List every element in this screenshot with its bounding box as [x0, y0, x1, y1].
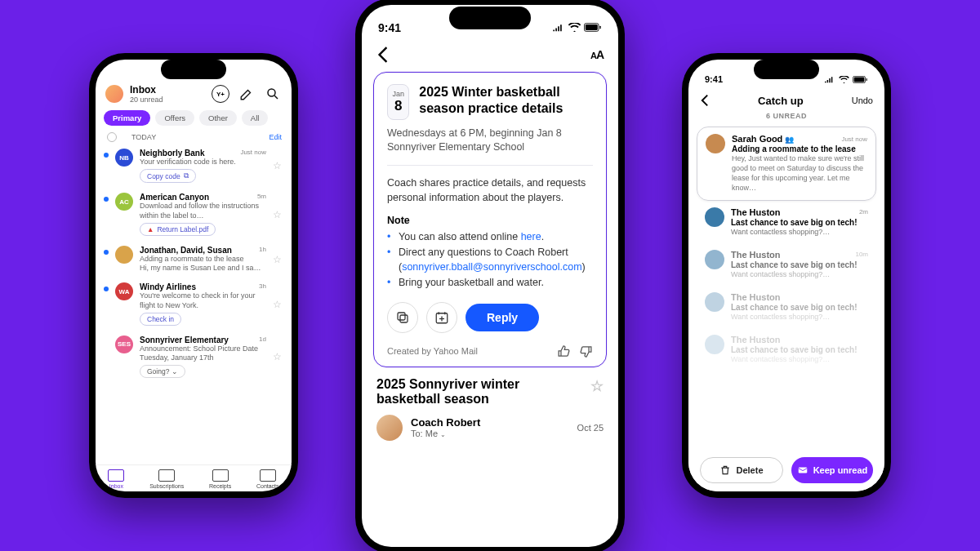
message-row[interactable]: WAWindy Airlines3hYou're welcome to chec…	[96, 278, 292, 331]
star-icon[interactable]: ☆	[273, 209, 282, 220]
sender-avatar	[706, 134, 725, 153]
inbox-header: Inbox 20 unread Y+	[96, 84, 292, 107]
text-size-button[interactable]: AA	[590, 48, 604, 61]
tab-primary[interactable]: Primary	[104, 110, 150, 126]
sender-avatar: WA	[115, 282, 133, 300]
edit-button[interactable]: Edit	[269, 133, 282, 141]
catchup-list: Sarah Good 👥Just nowAdding a roommate to…	[688, 123, 884, 449]
delete-button[interactable]: Delete	[700, 457, 783, 483]
message-time: Just now	[841, 136, 867, 143]
action-chip[interactable]: Copy code ⧉	[140, 169, 196, 183]
unread-header: 6 UNREAD	[688, 112, 884, 120]
message-preview: Want contactless shopping?…	[731, 354, 868, 364]
action-chip[interactable]: ▲Return Label.pdf	[140, 223, 216, 236]
sender-name: Sarah Good 👥	[732, 134, 794, 144]
message-subject: Adding a roommate to the lease	[732, 144, 867, 153]
thumbs-up-icon[interactable]	[557, 344, 571, 358]
nav-subscriptions[interactable]: Subscriptions	[149, 469, 184, 489]
sender-avatar	[705, 250, 724, 269]
sender-avatar: AC	[115, 193, 133, 211]
people-icon: 👥	[785, 136, 794, 144]
message-time: 1d	[259, 335, 266, 344]
phone-inbox: Inbox 20 unread Y+ Primary Offers Other …	[89, 53, 298, 498]
catchup-title: Catch up	[758, 95, 804, 107]
catchup-item[interactable]: The HustonLast chance to save big on tec…	[697, 286, 876, 328]
message-time: 3h	[259, 282, 266, 291]
message-row[interactable]: SESSonnyriver Elementary1dAnnouncement: …	[96, 331, 292, 384]
svg-rect-15	[798, 468, 807, 473]
message-row[interactable]: NBNeighborly BankJust nowYour verificati…	[96, 144, 292, 188]
message-time: 5m	[257, 193, 266, 202]
message-row[interactable]: Jonathan, David, Susan1hAdding a roommat…	[96, 241, 292, 278]
tab-all[interactable]: All	[242, 110, 269, 126]
catchup-item[interactable]: Sarah Good 👥Just nowAdding a roommate to…	[697, 127, 876, 201]
yahoo-plus-icon[interactable]: Y+	[212, 85, 229, 103]
message-subject: Adding a roommate to the lease	[140, 255, 266, 264]
add-calendar-button[interactable]	[426, 302, 457, 333]
today-label: TODAY	[131, 133, 156, 141]
tab-other[interactable]: Other	[199, 110, 237, 126]
link[interactable]: sonnyriver.bball@sonnyriverschool.com	[402, 261, 581, 273]
summary-subtitle: Wednesdays at 6 PM, beginning Jan 8Sonny…	[387, 127, 593, 155]
sender-name: The Huston	[731, 207, 781, 217]
catchup-item[interactable]: The Huston10mLast chance to save big on …	[697, 243, 876, 286]
link[interactable]: here	[521, 231, 541, 242]
message-row[interactable]: ACAmerican Canyon5mDownload and follow t…	[96, 188, 292, 241]
status-icons	[824, 76, 868, 83]
catchup-item[interactable]: The HustonLast chance to save big on tec…	[697, 328, 876, 371]
svg-rect-6	[398, 313, 405, 320]
sender-avatar	[115, 246, 133, 264]
message-preview: Want contactless shopping?…	[731, 269, 868, 279]
status-time: 9:41	[705, 74, 723, 84]
message-subject: Last chance to save big on tech!	[731, 303, 868, 312]
email-date: Oct 25	[577, 423, 604, 433]
unread-dot	[104, 153, 109, 158]
svg-rect-14	[866, 78, 867, 81]
inbox-title: Inbox	[130, 84, 205, 96]
unread-dot	[104, 340, 109, 344]
unread-dot	[104, 250, 109, 255]
sender-to: To: Me ⌄	[411, 429, 569, 438]
bottom-nav: Inbox Subscriptions Receipts Contacts	[96, 464, 292, 491]
nav-inbox[interactable]: Inbox	[108, 469, 124, 489]
event-date: Jan 8	[387, 84, 409, 120]
star-icon[interactable]: ☆	[273, 160, 282, 171]
note-heading: Note	[387, 215, 593, 226]
thread-title: 2025 Sonnyriver winter basketball season	[376, 377, 584, 407]
message-preview: Want contactless shopping?…	[731, 312, 868, 322]
reply-button[interactable]: Reply	[466, 304, 539, 331]
star-icon[interactable]: ☆	[273, 254, 282, 265]
back-button[interactable]	[376, 46, 390, 64]
message-preview: You're welcome to check in for your flig…	[140, 291, 266, 310]
compose-icon[interactable]	[238, 85, 256, 103]
action-chip[interactable]: Check in	[140, 313, 181, 326]
star-icon[interactable]: ☆	[273, 299, 282, 310]
thumbs-down-icon[interactable]	[579, 344, 593, 358]
note-bullet: Direct any questions to Coach Robert (so…	[387, 245, 593, 276]
catchup-item[interactable]: The Huston2mLast chance to save big on t…	[697, 201, 876, 243]
nav-contacts[interactable]: Contacts	[256, 469, 279, 489]
thread-sender-row[interactable]: Coach Robert To: Me ⌄ Oct 25	[362, 407, 618, 449]
sender-name: The Huston	[731, 250, 781, 260]
summary-title: 2025 Winter basketball season practice d…	[419, 84, 593, 117]
tab-offers[interactable]: Offers	[155, 110, 194, 126]
summary-body: Coach shares practice details, and reque…	[387, 176, 593, 205]
star-icon[interactable]: ☆	[273, 351, 282, 362]
unread-count: 20 unread	[130, 96, 205, 104]
sender-avatar: SES	[115, 335, 133, 353]
undo-button[interactable]: Undo	[852, 96, 873, 105]
action-chip[interactable]: Going? ⌄	[140, 365, 185, 378]
search-icon[interactable]	[264, 85, 282, 103]
back-button[interactable]	[700, 94, 710, 107]
copy-button[interactable]	[387, 302, 418, 333]
sender-name: The Huston	[731, 292, 781, 302]
star-icon[interactable]: ☆	[590, 377, 604, 407]
unread-dot	[104, 287, 109, 291]
select-all[interactable]	[107, 132, 117, 142]
profile-avatar[interactable]	[105, 85, 123, 103]
phone-detail: 9:41 AA Jan 8 2025 Winter basketball sea…	[355, 0, 625, 551]
svg-rect-5	[400, 315, 408, 322]
message-time: 10m	[855, 251, 868, 258]
nav-receipts[interactable]: Receipts	[209, 469, 231, 489]
keep-unread-button[interactable]: Keep unread	[791, 457, 873, 483]
